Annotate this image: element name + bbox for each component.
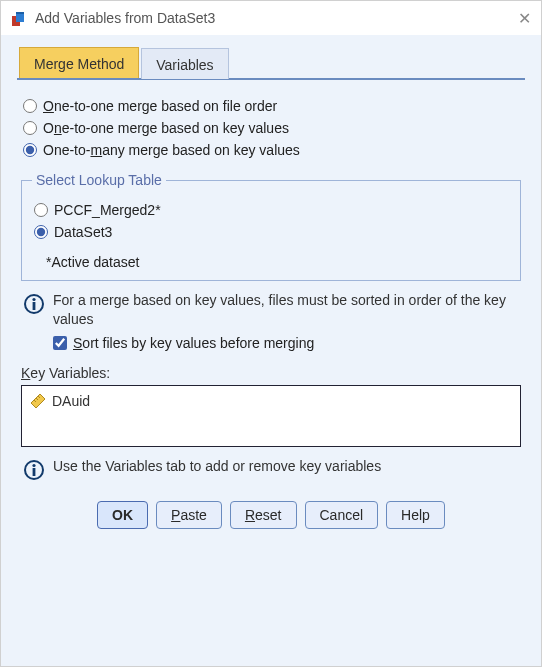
radio-label: One-to-one merge based on file order [43,98,277,114]
button-label: OK [112,507,133,523]
app-icon [11,9,29,27]
button-bar: OK Paste Reset Cancel Help [17,485,525,543]
paste-button[interactable]: Paste [156,501,222,529]
radio-input[interactable] [23,121,37,135]
tabs: Merge Method Variables [17,43,525,80]
radio-pccf-merged2[interactable]: PCCF_Merged2* [32,202,510,218]
cancel-button[interactable]: Cancel [305,501,379,529]
window-title: Add Variables from DataSet3 [35,10,501,26]
button-label: Help [401,507,430,523]
variables-tab-hint: Use the Variables tab to add or remove k… [23,457,519,481]
tab-variables[interactable]: Variables [141,48,228,79]
merge-method-pane: One-to-one merge based on file order One… [17,80,525,485]
content-area: Merge Method Variables One-to-one merge … [1,35,541,666]
titlebar: Add Variables from DataSet3 ✕ [1,1,541,35]
radio-label: One-to-one merge based on key values [43,120,289,136]
radio-input[interactable] [34,225,48,239]
radio-input[interactable] [23,143,37,157]
reset-button[interactable]: Reset [230,501,297,529]
radio-label: DataSet3 [54,224,112,240]
tab-label: Variables [156,57,213,73]
tab-merge-method[interactable]: Merge Method [19,47,139,78]
checkbox-sort-files[interactable]: Sort files by key values before merging [51,335,521,351]
list-item[interactable]: DAuid [28,392,514,410]
close-icon[interactable]: ✕ [501,9,531,28]
radio-label: One-to-many merge based on key values [43,142,300,158]
checkbox-input[interactable] [53,336,67,350]
svg-rect-12 [33,468,36,476]
list-item-label: DAuid [52,393,90,409]
info-icon [23,293,45,315]
lookup-table-group: Select Lookup Table PCCF_Merged2* DataSe… [21,172,521,281]
radio-one-to-one-file-order[interactable]: One-to-one merge based on file order [21,98,521,114]
key-variables-label: Key Variables: [21,365,521,381]
lookup-legend: Select Lookup Table [32,172,166,188]
svg-rect-2 [16,12,24,14]
radio-input[interactable] [34,203,48,217]
button-label: Paste [171,507,207,523]
svg-point-4 [32,298,35,301]
ok-button[interactable]: OK [97,501,148,529]
sort-info-text: For a merge based on key values, files m… [53,291,519,329]
svg-rect-5 [33,302,36,310]
active-dataset-note: *Active dataset [46,254,508,270]
radio-label: PCCF_Merged2* [54,202,161,218]
sort-info: For a merge based on key values, files m… [23,291,519,329]
variables-tab-hint-text: Use the Variables tab to add or remove k… [53,457,519,476]
key-variables-list[interactable]: DAuid [21,385,521,447]
radio-one-to-many-key[interactable]: One-to-many merge based on key values [21,142,521,158]
tab-label: Merge Method [34,56,124,72]
checkbox-label: Sort files by key values before merging [73,335,314,351]
button-label: Reset [245,507,282,523]
svg-point-11 [32,464,35,467]
radio-one-to-one-key[interactable]: One-to-one merge based on key values [21,120,521,136]
button-label: Cancel [320,507,364,523]
dialog-window: Add Variables from DataSet3 ✕ Merge Meth… [0,0,542,667]
ruler-icon [30,393,46,409]
info-icon [23,459,45,481]
help-button[interactable]: Help [386,501,445,529]
radio-dataset3[interactable]: DataSet3 [32,224,510,240]
radio-input[interactable] [23,99,37,113]
